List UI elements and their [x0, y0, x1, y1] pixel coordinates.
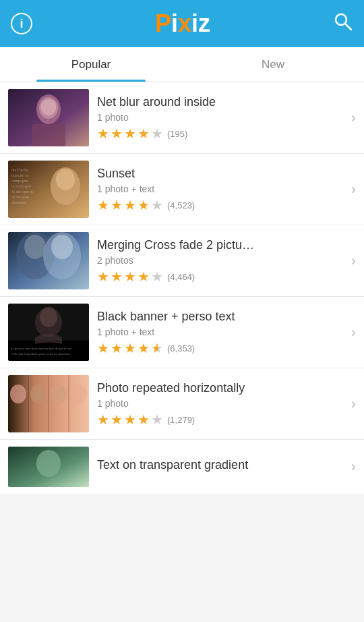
item-title: Photo repeated horizontally: [97, 381, 343, 396]
item-details: Merging Cross fade 2 pictu… 2 photos ★ ★…: [89, 238, 351, 284]
item-details: Text on transparent gradient: [89, 458, 351, 476]
stars-row: ★ ★ ★ ★ ★ (1,279): [97, 413, 343, 426]
star: ★: [111, 341, 123, 355]
star: ★: [151, 127, 163, 140]
svg-text:la montagne: la montagne: [11, 184, 32, 188]
stars-row: ★ ★ ★ ★ ★ (4,523): [97, 198, 343, 212]
item-title: Black banner + perso text: [97, 310, 343, 324]
star: ★: [97, 413, 109, 426]
svg-text:die Fische,: die Fische,: [11, 168, 29, 172]
star: ★: [151, 341, 163, 355]
rating-count: (4,523): [167, 200, 195, 210]
thumbnail: [8, 232, 89, 289]
star: ★: [111, 270, 123, 283]
item-details: Black banner + perso text 1 photo + text…: [89, 310, 351, 356]
star: ★: [97, 127, 109, 140]
list-item[interactable]: die Fische, blanchit la campagne, la mon…: [0, 154, 364, 225]
svg-rect-4: [32, 124, 65, 146]
item-subtitle: 2 photos: [97, 255, 343, 266]
star: ★: [124, 413, 136, 426]
list-item[interactable]: je prefere tiret dans maison que de gar …: [0, 297, 364, 368]
thumbnail: [8, 89, 89, 146]
svg-point-36: [36, 450, 61, 477]
item-title: Text on transparent gradient: [97, 458, 343, 473]
rating-count: (1,279): [167, 415, 195, 425]
svg-line-1: [345, 24, 351, 30]
star: ★: [151, 413, 163, 426]
chevron-right-icon: ›: [351, 395, 356, 413]
star: ★: [138, 198, 150, 212]
items-list: Net blur around inside 1 photo ★ ★ ★ ★ ★…: [0, 82, 364, 494]
item-details: Photo repeated horizontally 1 photo ★ ★ …: [89, 381, 351, 427]
rating-count: (6,353): [167, 343, 195, 354]
tab-new-label: New: [262, 58, 284, 72]
svg-point-31: [10, 385, 26, 403]
svg-text:je prefere tiret dans maison q: je prefere tiret dans maison que de gar …: [11, 347, 71, 350]
item-title: Merging Cross fade 2 pictu…: [97, 238, 343, 253]
star: ★: [138, 127, 150, 140]
star: ★: [97, 270, 109, 283]
tab-popular[interactable]: Popular: [0, 47, 182, 82]
svg-point-26: [40, 307, 57, 327]
item-subtitle: 1 photo: [97, 398, 343, 409]
rating-count: (4,464): [167, 272, 195, 282]
svg-point-15: [56, 169, 75, 190]
star: ★: [151, 270, 163, 283]
svg-text:demeurer: demeurer: [11, 200, 27, 204]
chevron-right-icon: ›: [351, 109, 356, 127]
star: ★: [124, 198, 136, 212]
list-item[interactable]: Text on transparent gradient ›: [0, 440, 364, 494]
star: ★: [124, 127, 136, 140]
svg-point-33: [51, 385, 67, 403]
list-item[interactable]: Net blur around inside 1 photo ★ ★ ★ ★ ★…: [0, 82, 364, 154]
chevron-right-icon: ›: [351, 458, 356, 476]
tab-new[interactable]: New: [182, 47, 364, 82]
item-title: Sunset: [97, 167, 343, 181]
star: ★: [111, 198, 123, 212]
list-item[interactable]: Photo repeated horizontally 1 photo ★ ★ …: [0, 368, 364, 440]
thumbnail: [8, 375, 89, 432]
item-details: Sunset 1 photo + text ★ ★ ★ ★ ★ (4,523): [89, 167, 351, 213]
star: ★: [124, 270, 136, 283]
search-button[interactable]: [333, 11, 353, 36]
star: ★: [111, 127, 123, 140]
svg-text:de ton plus: de ton plus: [11, 195, 30, 199]
info-icon: i: [20, 17, 23, 31]
item-subtitle: 1 photo + text: [97, 327, 343, 337]
tab-popular-label: Popular: [71, 58, 111, 72]
star: ★: [138, 413, 150, 426]
stars-row: ★ ★ ★ ★ ★ (6,353): [97, 341, 343, 355]
header: i Pixiz: [0, 0, 364, 47]
svg-text:Si sais que tu: Si sais que tu: [11, 190, 33, 194]
star: ★: [138, 341, 150, 355]
item-subtitle: 1 photo + text: [97, 183, 343, 194]
svg-point-20: [51, 235, 73, 259]
star: ★: [151, 198, 163, 212]
chevron-right-icon: ›: [351, 181, 356, 198]
svg-text:campagne,: campagne,: [11, 179, 29, 183]
chevron-right-icon: ›: [351, 324, 356, 341]
star: ★: [97, 341, 109, 355]
svg-point-34: [71, 385, 87, 403]
thumbnail: je prefere tiret dans maison que de gar …: [8, 304, 89, 361]
app-logo: Pixiz: [155, 9, 210, 38]
stars-row: ★ ★ ★ ★ ★ (195): [97, 127, 343, 140]
rating-count: (195): [167, 129, 187, 139]
thumbnail: die Fische, blanchit la campagne, la mon…: [8, 161, 89, 218]
svg-point-32: [30, 385, 47, 403]
item-subtitle: 1 photo: [97, 112, 343, 123]
list-item[interactable]: Merging Cross fade 2 pictu… 2 photos ★ ★…: [0, 225, 364, 297]
stars-row: ★ ★ ★ ★ ★ (4,464): [97, 270, 343, 283]
tabs-bar: Popular New: [0, 47, 364, 82]
svg-rect-22: [8, 341, 89, 361]
star: ★: [97, 198, 109, 212]
svg-text:blanchit la: blanchit la: [11, 173, 28, 177]
svg-point-19: [24, 235, 46, 259]
star: ★: [111, 413, 123, 426]
star: ★: [138, 270, 150, 283]
svg-text:celle que trop aimer pour se d: celle que trop aimer pour se de toi pas …: [11, 352, 69, 356]
item-details: Net blur around inside 1 photo ★ ★ ★ ★ ★…: [89, 95, 351, 141]
info-button[interactable]: i: [11, 13, 32, 34]
chevron-right-icon: ›: [351, 252, 356, 270]
star: ★: [124, 341, 136, 355]
